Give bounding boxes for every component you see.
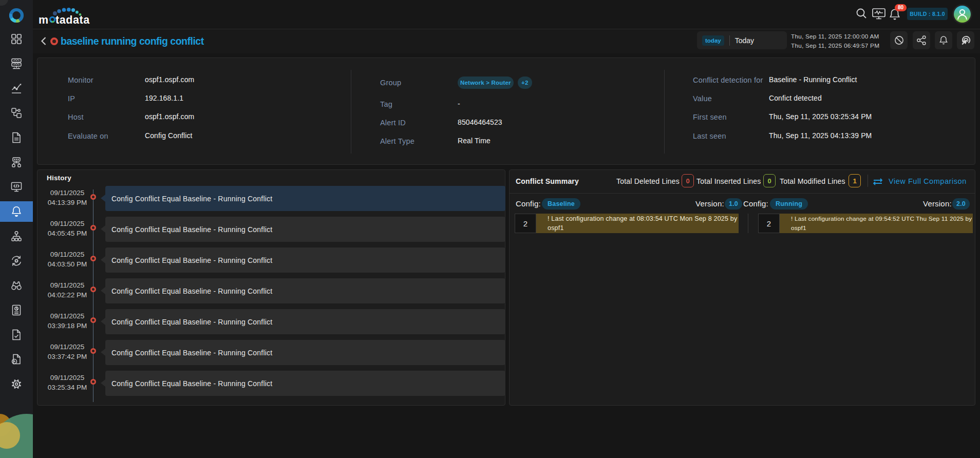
svg-text:tadata: tadata [55,14,90,26]
svg-text:m: m [39,14,49,26]
